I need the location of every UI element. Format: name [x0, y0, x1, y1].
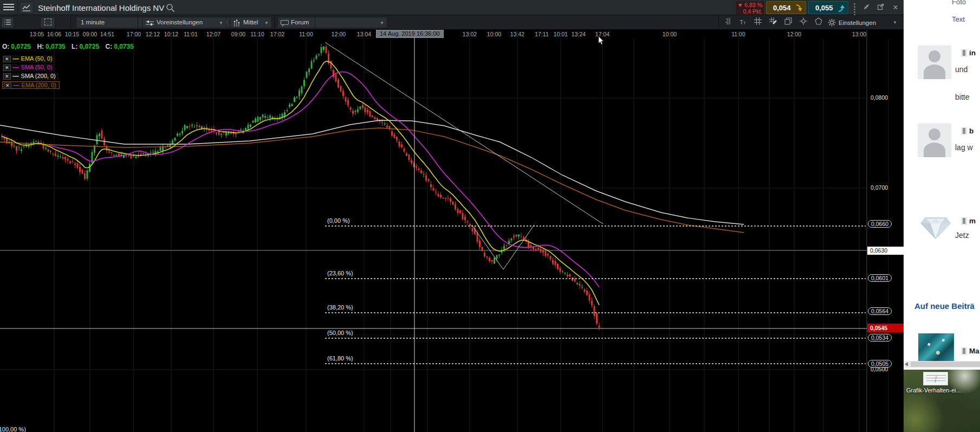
video-overlay[interactable]: Grafik-Verhalten-ei...: [904, 370, 980, 432]
avatar-image[interactable]: [918, 333, 954, 361]
scroll-left-icon[interactable]: [905, 362, 908, 366]
close-icon[interactable]: ×: [890, 2, 901, 13]
divider: [138, 16, 138, 29]
arrow-up-icon: [838, 4, 845, 12]
indicator-legend-sma50[interactable]: ✕—SMA (50, 0): [2, 64, 55, 72]
time-label: 10:00: [487, 31, 501, 37]
speech-bubble-icon: [281, 20, 289, 27]
settings-label: Einstellungen: [839, 20, 876, 26]
price-label: 0,0564: [868, 307, 892, 315]
change-points: 0,4 Pkt.: [736, 8, 762, 15]
time-label: 17:00: [127, 31, 141, 37]
time-label: 13:02: [463, 31, 477, 37]
avatar[interactable]: [918, 46, 951, 79]
price-label: 0,0700: [871, 184, 888, 191]
time-label: 11:01: [184, 31, 198, 37]
ohlc-legend: O:0,0725 H:0,0735 L:0,0725 C:0,0735: [2, 43, 134, 50]
time-label: 16:06: [47, 31, 61, 37]
video-caption: Grafik-Verhalten-ei...: [906, 387, 961, 394]
refresh-posts-link[interactable]: Auf neue Beiträ: [914, 301, 975, 311]
post-text: Jetz: [955, 231, 969, 240]
scrollbar-thumb[interactable]: [911, 362, 980, 367]
avatar-diamond[interactable]: [918, 215, 953, 241]
indicator-legend-ema50[interactable]: ✕—EMA (50, 0): [2, 55, 55, 63]
indicators-dropdown[interactable]: Mittel ▼: [230, 17, 272, 28]
time-label: 11:00: [731, 31, 745, 37]
chart-type-button[interactable]: [20, 2, 34, 14]
down-triangle-icon: ▼: [737, 2, 743, 8]
price-label: 0,0534: [868, 334, 892, 341]
time-label: 11:10: [250, 31, 264, 37]
time-label: 10:01: [554, 31, 568, 37]
search-icon[interactable]: [166, 3, 175, 12]
price-label: 0,0630: [867, 247, 904, 255]
photo-link[interactable]: Foto: [952, 0, 966, 6]
change-indicator: ▼ 6,83 % 0,4 Pkt.: [736, 1, 764, 14]
watchlist-icon[interactable]: [1, 17, 14, 28]
bar-style-icon[interactable]: [722, 17, 734, 28]
instrument-title: Steinhoff International Holdings NV: [38, 3, 164, 12]
fib-label: (0,00 %): [327, 217, 350, 224]
selection-mode-icon[interactable]: [40, 17, 55, 28]
candlestick-chart[interactable]: [0, 30, 904, 432]
crosshair-tool-icon[interactable]: [797, 17, 809, 28]
sliders-icon: [146, 20, 154, 27]
arrow-down-icon: [795, 4, 802, 12]
time-label: 09:00: [83, 31, 97, 37]
price-label: 0,0660: [868, 220, 892, 228]
menu-icon[interactable]: [3, 4, 14, 11]
user-badge-icon: [961, 217, 967, 225]
time-label: 10:00: [663, 31, 677, 37]
app-window: Steinhoff International Holdings NV ▼ 6,…: [0, 0, 980, 432]
chart-area[interactable]: 13:0516:0610:1509:0014:5117:0012:1210:12…: [0, 30, 904, 432]
user-badge-icon: [961, 127, 967, 135]
popout-icon[interactable]: [874, 2, 886, 13]
time-label: 17:11: [535, 31, 549, 37]
post-text: und: [955, 65, 968, 74]
post-author[interactable]: m: [961, 216, 976, 224]
time-label: 17:04: [595, 31, 609, 37]
ask-value: 0,055: [815, 4, 833, 12]
divider: [70, 16, 71, 29]
time-label: 14:51: [100, 31, 114, 37]
horizontal-scrollbar[interactable]: [904, 361, 980, 367]
post-author[interactable]: b: [961, 126, 973, 134]
price-label: 0,0800: [871, 94, 888, 101]
indicator-legend-ema200[interactable]: ✕—EMA (200, 0): [2, 81, 60, 89]
time-label: 10:15: [65, 31, 79, 37]
presets-dropdown[interactable]: Voreinstellungen ▼: [142, 17, 226, 28]
grid-edit-icon[interactable]: [767, 17, 779, 28]
time-label: 10:12: [164, 31, 178, 37]
text-link[interactable]: Text: [952, 15, 965, 23]
post-author[interactable]: Ma: [961, 346, 979, 354]
change-percent: 6,83 %: [744, 2, 762, 8]
crosshair-date-tooltip: 14 Aug. 2019 16:36:00: [376, 30, 444, 38]
fib-label: (23,60 %): [327, 270, 353, 276]
bid-price[interactable]: 0,054: [766, 1, 806, 14]
drag-handle-icon[interactable]: [852, 2, 857, 13]
time-label: 17:02: [270, 31, 284, 37]
text-tool-icon[interactable]: TT: [737, 17, 749, 28]
chart-toolbar: 1 minute ▼ 1std 4std 18 Tage ▼ Voreinste…: [0, 15, 904, 30]
time-label: 09:00: [231, 31, 245, 37]
layers-icon[interactable]: [782, 17, 794, 28]
divider: [274, 16, 275, 29]
presets-label: Voreinstellungen: [157, 19, 203, 25]
forum-button[interactable]: Forum: [277, 17, 315, 28]
fib-label: (50,00 %): [327, 330, 353, 336]
time-label: 13:05: [30, 31, 44, 37]
indicator-legend-sma200[interactable]: ✕—SMA (200, 0): [2, 73, 59, 80]
shape-tool-icon[interactable]: [813, 17, 825, 28]
time-label: 13:24: [572, 31, 586, 37]
time-label: 13:00: [852, 31, 866, 37]
post-author[interactable]: in: [961, 48, 976, 56]
last-price-label: 0,0545: [867, 324, 904, 332]
time-label: 12:00: [787, 31, 801, 37]
collapse-icon[interactable]: [860, 2, 872, 13]
gear-icon: [828, 18, 836, 27]
settings-dropdown[interactable]: Einstellungen ▼: [828, 17, 901, 28]
ask-price[interactable]: 0,055: [808, 1, 848, 14]
chevron-down-icon: ▼: [893, 20, 897, 25]
avatar[interactable]: [918, 124, 951, 157]
grid-icon[interactable]: [752, 17, 764, 28]
